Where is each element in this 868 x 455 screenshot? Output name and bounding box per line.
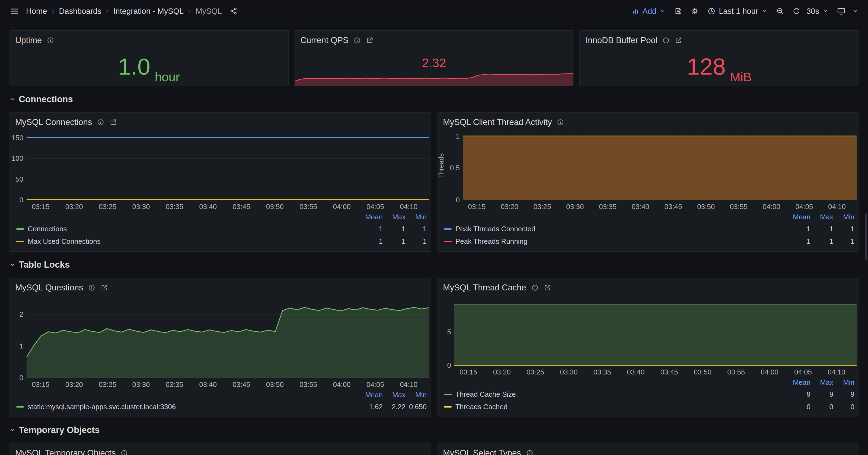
panel-title[interactable]: MySQL Client Thread Activity: [443, 118, 552, 127]
chevron-right-icon: [104, 8, 111, 14]
zoom-out-button[interactable]: [773, 4, 787, 19]
legend-col-max[interactable]: Max: [383, 391, 405, 399]
breadcrumb-dashboards[interactable]: Dashboards: [57, 7, 103, 16]
svg-text:03:25: 03:25: [527, 368, 544, 376]
qps-value: 2.32: [294, 56, 574, 70]
legend-series-toggle[interactable]: Peak Threads Connected: [444, 225, 787, 233]
legend-series-toggle[interactable]: Peak Threads Running: [444, 237, 787, 246]
svg-text:03:55: 03:55: [300, 202, 317, 211]
timeseries-chart[interactable]: 00.5103:1503:2003:2503:3003:3503:4003:45…: [437, 129, 859, 211]
external-link-icon[interactable]: [100, 284, 108, 292]
svg-text:04:00: 04:00: [333, 381, 351, 389]
panel-title[interactable]: Uptime: [15, 35, 42, 45]
panel-title[interactable]: Current QPS: [300, 35, 348, 45]
svg-text:0.5: 0.5: [450, 164, 460, 172]
panel-title[interactable]: MySQL Connections: [15, 118, 92, 127]
breadcrumb-home[interactable]: Home: [24, 7, 49, 16]
svg-text:03:30: 03:30: [132, 202, 150, 211]
external-link-icon[interactable]: [366, 37, 373, 44]
legend-col-max[interactable]: Max: [383, 213, 405, 221]
innodb-value: 128: [687, 55, 726, 78]
legend-max-value: 1: [810, 225, 833, 233]
add-button-label: Add: [643, 7, 657, 16]
legend-col-mean[interactable]: Mean: [360, 391, 383, 399]
legend-max-value: 9: [810, 390, 833, 399]
connections-panel-row: MySQL Connections 05010015003:1503:2003:…: [9, 112, 859, 252]
svg-text:Threads: Threads: [437, 153, 445, 178]
panel-title[interactable]: MySQL Questions: [15, 283, 83, 293]
dashboard-settings-button[interactable]: [687, 4, 702, 19]
gear-icon: [691, 7, 699, 15]
info-icon[interactable]: [353, 37, 361, 44]
info-icon[interactable]: [88, 284, 95, 292]
svg-text:03:15: 03:15: [468, 202, 486, 211]
legend-col-mean[interactable]: Mean: [787, 378, 810, 387]
legend-row: static:mysql.sample-apps.svc.cluster.loc…: [16, 400, 427, 413]
breadcrumb: Home Dashboards Integration - MySQL MySQ…: [24, 7, 224, 16]
legend-series-toggle[interactable]: Max Used Connections: [16, 237, 360, 246]
section-header-temporary-objects[interactable]: Temporary Objects: [9, 424, 859, 436]
monitor-icon: [837, 7, 845, 15]
legend: Mean Max Min Connections111Max Used Conn…: [9, 211, 431, 251]
breadcrumb-integration-mysql[interactable]: Integration - MySQL: [111, 7, 186, 16]
panel-current-qps: Current QPS 2.32: [294, 30, 574, 86]
legend-series-toggle[interactable]: Threads Cached: [444, 403, 787, 411]
legend-series-toggle[interactable]: Connections: [16, 225, 360, 233]
external-link-icon[interactable]: [544, 284, 551, 292]
legend-col-min[interactable]: Min: [405, 213, 427, 221]
menu-button[interactable]: [7, 4, 22, 19]
info-icon[interactable]: [120, 449, 128, 455]
legend-col-mean[interactable]: Mean: [360, 213, 383, 221]
qps-sparkline: [294, 71, 573, 86]
legend-series-toggle[interactable]: static:mysql.sample-apps.svc.cluster.loc…: [16, 403, 360, 411]
refresh-interval-label: 30s: [806, 7, 819, 16]
innodb-unit: MiB: [730, 70, 751, 86]
scrollbar-thumb[interactable]: [865, 214, 867, 260]
navbar-overflow-button[interactable]: [850, 4, 861, 19]
section-header-connections[interactable]: Connections: [9, 93, 859, 105]
external-link-icon[interactable]: [109, 119, 117, 126]
legend-col-min[interactable]: Min: [405, 391, 427, 399]
legend-col-min[interactable]: Min: [833, 213, 855, 221]
panel-title[interactable]: InnoDB Buffer Pool: [586, 35, 657, 45]
legend-label: Threads Cached: [456, 403, 507, 411]
section-header-table-locks[interactable]: Table Locks: [9, 259, 859, 271]
svg-text:04:05: 04:05: [795, 202, 813, 211]
info-icon[interactable]: [46, 37, 54, 44]
timeseries-chart[interactable]: 01203:1503:2003:2503:3003:3503:4003:4503…: [9, 294, 431, 389]
panel-title[interactable]: MySQL Select Types: [443, 448, 521, 455]
legend-col-max[interactable]: Max: [810, 378, 833, 387]
refresh-button[interactable]: [789, 4, 804, 19]
time-range-picker[interactable]: Last 1 hour: [704, 4, 771, 19]
info-icon[interactable]: [557, 119, 564, 126]
save-dashboard-button[interactable]: [671, 4, 686, 19]
panel-mysql-select-types: MySQL Select Types: [437, 443, 859, 455]
svg-text:03:40: 03:40: [199, 381, 217, 389]
legend-col-min[interactable]: Min: [833, 378, 855, 387]
refresh-interval-dropdown[interactable]: 30s: [805, 4, 832, 19]
stat-value-container: 1.0 hour: [9, 47, 288, 86]
chevron-down-icon: [9, 426, 16, 433]
external-link-icon[interactable]: [675, 37, 682, 44]
info-icon[interactable]: [526, 449, 533, 455]
legend-col-mean[interactable]: Mean: [787, 213, 810, 221]
svg-text:03:50: 03:50: [694, 368, 712, 376]
svg-text:03:40: 03:40: [632, 202, 649, 211]
panel-title[interactable]: MySQL Temporary Objects: [15, 448, 116, 455]
legend-series-toggle[interactable]: Thread Cache Size: [444, 390, 787, 399]
svg-text:03:40: 03:40: [199, 202, 217, 211]
kiosk-mode-button[interactable]: [834, 4, 848, 19]
legend-col-max[interactable]: Max: [810, 213, 833, 221]
info-icon[interactable]: [662, 37, 670, 44]
add-button[interactable]: Add: [628, 4, 670, 19]
svg-text:03:35: 03:35: [593, 368, 611, 376]
info-icon[interactable]: [97, 119, 104, 126]
timeseries-chart[interactable]: 05010015003:1503:2003:2503:3003:3503:400…: [9, 129, 431, 211]
refresh-icon: [792, 7, 801, 15]
info-icon[interactable]: [531, 284, 539, 292]
svg-text:100: 100: [12, 154, 23, 162]
legend-row: Threads Cached000: [444, 400, 855, 413]
timeseries-chart[interactable]: 0503:1503:2003:2503:3003:3503:4003:4503:…: [437, 294, 859, 377]
panel-title[interactable]: MySQL Thread Cache: [443, 283, 526, 293]
share-dashboard-button[interactable]: [226, 4, 241, 19]
